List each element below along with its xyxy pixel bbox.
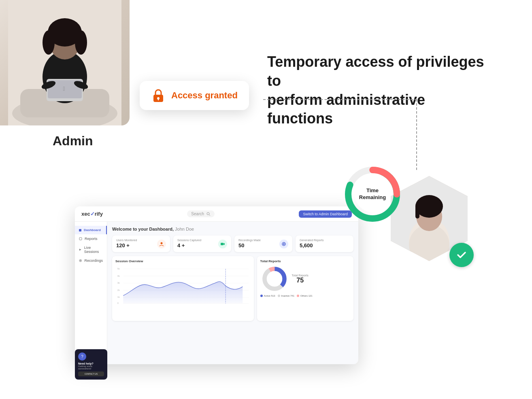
svg-rect-36	[221, 243, 223, 245]
contact-us-button[interactable]: CONTACT US	[78, 371, 104, 376]
charts-row: Session Overview 5k 4k 3k 2k 1k 0	[112, 256, 353, 321]
stat-sessions-captured: Sessions Captured 4 +	[173, 236, 231, 252]
sidebar-item-live-sessions[interactable]: Live Sessions	[75, 243, 107, 256]
stat-generated-reports: Generated Reports 5,600	[296, 236, 353, 252]
svg-text:SEP: SEP	[206, 305, 211, 305]
access-granted-text: Access granted	[171, 90, 238, 101]
help-icon: ?	[78, 352, 86, 361]
stat-recordings-made: Recordings Made 50	[234, 236, 292, 252]
svg-rect-28	[415, 204, 419, 219]
dashboard-logo: xec✓rify	[81, 211, 103, 217]
svg-point-7	[75, 30, 87, 55]
svg-marker-32	[79, 248, 81, 250]
sidebar-item-dashboard[interactable]: Dashboard	[75, 226, 107, 234]
svg-rect-31	[79, 238, 82, 240]
sidebar-item-recordings[interactable]: Recordings	[75, 256, 107, 265]
dashboard-welcome: Welcome to your Dashboard, John Doe	[112, 227, 353, 231]
stat-users-monitored: Users Monitored 120 +	[112, 236, 170, 252]
recording-icon	[279, 240, 288, 248]
admin-label: Admin	[53, 134, 93, 149]
svg-text:FEB: FEB	[132, 305, 136, 305]
svg-point-19	[355, 176, 390, 212]
main-heading: Temporary access of privileges to perfor…	[267, 53, 490, 128]
dashboard-main: Welcome to your Dashboard, John Doe User…	[107, 222, 358, 364]
svg-text:JUL: JUL	[185, 305, 189, 305]
help-card: ? Need help? Getting stuck somewhere! CO…	[75, 349, 107, 380]
stats-row: Users Monitored 120 + Sessions Captured …	[112, 236, 353, 252]
lock-icon	[151, 88, 166, 103]
svg-point-6	[43, 30, 55, 55]
check-badge	[449, 243, 474, 267]
svg-text:JUN: JUN	[174, 305, 179, 305]
svg-marker-37	[223, 243, 225, 245]
svg-text:OCT: OCT	[217, 305, 222, 305]
help-title: Need help?	[78, 362, 104, 365]
svg-point-27	[415, 195, 443, 218]
admin-person-image: 	[0, 0, 130, 125]
svg-point-29	[207, 212, 209, 215]
svg-text:MAY: MAY	[164, 305, 168, 305]
svg-rect-15	[158, 98, 159, 100]
session-overview-chart: Session Overview 5k 4k 3k 2k 1k 0	[112, 256, 254, 321]
svg-point-69	[266, 271, 282, 287]
dotted-line-h	[263, 99, 417, 100]
time-remaining-widget: Time Remaining	[340, 162, 405, 227]
svg-text:MAR: MAR	[142, 305, 147, 305]
dashboard-header: xec✓rify Search Switch to Admin Dashboar…	[75, 206, 358, 222]
svg-text:APR: APR	[153, 305, 157, 305]
svg-point-34	[80, 260, 81, 261]
dotted-line-v	[416, 99, 417, 170]
svg-point-39	[283, 243, 285, 245]
svg-point-35	[161, 242, 163, 244]
sidebar-item-reports[interactable]: Reports	[75, 234, 107, 243]
svg-text:: 	[63, 85, 65, 92]
svg-text:NOV: NOV	[228, 305, 232, 305]
dashboard-search: Search	[187, 210, 215, 217]
svg-text:1k: 1k	[117, 295, 120, 298]
video-icon	[218, 240, 227, 248]
svg-text:5k: 5k	[117, 267, 120, 270]
svg-text:AUG: AUG	[196, 305, 200, 305]
svg-text:2k: 2k	[117, 289, 120, 291]
access-badge: Access granted	[140, 81, 249, 110]
dashboard-sidebar: Dashboard Reports Live Sessions Recordin…	[75, 222, 107, 364]
user-icon	[157, 240, 166, 248]
svg-line-30	[209, 214, 211, 216]
svg-text:DEC: DEC	[238, 305, 243, 305]
svg-text:JAN: JAN	[121, 305, 125, 305]
dashboard-screenshot: xec✓rify Search Switch to Admin Dashboar…	[75, 206, 358, 364]
svg-text:4k: 4k	[117, 274, 120, 277]
svg-text:3k: 3k	[117, 281, 120, 284]
help-subtitle: Getting stuck somewhere!	[78, 365, 104, 370]
reports-legend: Active 513 Inactive 741 Others 121	[260, 295, 350, 297]
svg-text:0: 0	[117, 301, 119, 304]
total-reports-chart: Total Reports	[257, 256, 353, 321]
